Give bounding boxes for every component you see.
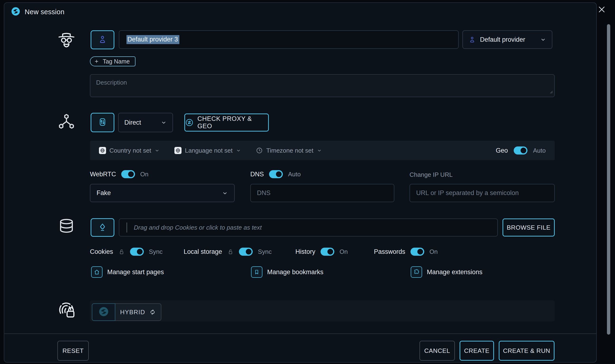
new-session-dialog: New session <box>4 2 597 363</box>
webrtc-toggle[interactable] <box>121 170 135 178</box>
network-nodes-icon <box>57 113 75 132</box>
passwords-toggle[interactable] <box>410 248 424 256</box>
dns-toggle[interactable] <box>269 170 283 178</box>
local-storage-label: Local storage <box>184 248 222 256</box>
kameleo-logo-icon <box>11 7 20 17</box>
swap-vertical-icon <box>98 117 107 128</box>
profile-type-button[interactable] <box>91 30 114 49</box>
text-caret <box>126 222 127 233</box>
cookies-sync-label: Cookies <box>90 248 113 256</box>
browse-file-label: BROWSE FILE <box>507 224 550 231</box>
country-value: Country not set <box>109 147 151 154</box>
change-ip-label: Change IP URL <box>410 171 453 179</box>
globe-icon <box>99 147 106 154</box>
resize-grip-icon[interactable] <box>549 88 553 95</box>
add-tag-button[interactable]: Tag Name <box>90 56 136 66</box>
provider-dropdown[interactable]: Default provider <box>463 30 552 49</box>
chevron-down-icon <box>222 190 228 196</box>
storage-section-icon-wrap <box>57 217 76 237</box>
webrtc-label: WebRTC <box>90 171 116 178</box>
manage-bookmarks-button[interactable]: Manage bookmarks <box>251 266 323 278</box>
description-textarea[interactable] <box>90 75 554 97</box>
history-toggle[interactable] <box>321 248 334 256</box>
webrtc-state: On <box>140 171 149 178</box>
disguise-icon <box>57 30 76 50</box>
dns-label: DNS <box>250 171 264 178</box>
proxy-type-button[interactable] <box>91 113 114 132</box>
webrtc-toggle-group: WebRTC On <box>90 170 149 178</box>
cancel-button[interactable]: CANCEL <box>420 341 455 361</box>
change-ip-input[interactable] <box>416 189 548 197</box>
geo-label: Geo <box>496 147 508 154</box>
local-storage-toggle[interactable] <box>239 248 253 256</box>
person-icon <box>98 35 107 45</box>
proxy-section-icon-wrap <box>57 113 76 132</box>
dialog-title: New session <box>25 8 65 16</box>
timezone-dropdown[interactable]: Timezone not set <box>256 147 322 154</box>
manage-bookmarks-label: Manage bookmarks <box>267 269 323 276</box>
geo-toggle[interactable] <box>514 146 527 155</box>
webrtc-mode-dropdown[interactable]: Fake <box>90 184 235 202</box>
profile-section-icon-wrap <box>57 30 76 49</box>
close-button[interactable] <box>597 5 606 15</box>
cookies-drop-input[interactable]: Drag and drop Cookies or click to paste … <box>119 219 498 236</box>
manage-start-pages-button[interactable]: Manage start pages <box>91 266 164 278</box>
app-window: New session <box>0 0 615 364</box>
reset-button[interactable]: RESET <box>57 341 89 361</box>
passwords-toggle-group: Passwords On <box>374 247 438 257</box>
vertical-scrollbar[interactable] <box>607 24 610 335</box>
history-label: History <box>295 248 315 256</box>
check-proxy-label: CHECK PROXY & GEO <box>197 115 268 130</box>
lock-open-icon[interactable] <box>118 248 125 255</box>
create-and-run-label: CREATE & RUN <box>503 347 550 354</box>
passwords-state: On <box>429 248 438 256</box>
proxy-connection-dropdown[interactable]: Direct <box>118 113 173 132</box>
fingerprint-mode-button[interactable]: HYBRID <box>115 303 161 321</box>
create-label: CREATE <box>464 347 490 354</box>
plus-icon <box>94 59 99 64</box>
dns-input[interactable] <box>257 189 388 197</box>
fingerprint-mode-group: HYBRID <box>92 303 161 321</box>
session-name-input[interactable]: Default provider 3 <box>119 30 459 49</box>
check-proxy-button[interactable]: CHECK PROXY & GEO <box>184 114 269 131</box>
geo-state: Auto <box>533 147 546 154</box>
manage-extensions-button[interactable]: Manage extensions <box>411 266 482 278</box>
manage-extensions-label: Manage extensions <box>427 269 482 276</box>
local-storage-state: Sync <box>258 248 272 256</box>
country-dropdown[interactable]: Country not set <box>99 147 160 154</box>
cookies-drop-placeholder: Drag and drop Cookies or click to paste … <box>134 224 262 231</box>
browse-file-button[interactable]: BROWSE FILE <box>503 219 555 236</box>
change-ip-input-wrap <box>410 184 555 202</box>
history-state: On <box>340 248 348 256</box>
manage-start-pages-label: Manage start pages <box>107 269 164 276</box>
dns-toggle-group: DNS Auto <box>250 170 301 178</box>
create-button[interactable]: CREATE <box>460 341 494 361</box>
cookies-clear-button[interactable] <box>91 218 114 237</box>
puzzle-icon <box>411 266 422 278</box>
timezone-value: Timezone not set <box>266 147 313 154</box>
cookies-sync-toggle[interactable] <box>130 248 144 256</box>
chevron-down-icon <box>236 148 241 153</box>
passwords-label: Passwords <box>374 248 405 256</box>
close-icon <box>597 5 606 15</box>
history-toggle-group: History On <box>295 247 348 257</box>
eraser-icon <box>98 222 107 233</box>
home-icon <box>91 266 103 278</box>
dialog-header: New session <box>11 6 65 18</box>
lock-open-icon[interactable] <box>227 248 234 255</box>
dns-state: Auto <box>288 171 301 178</box>
local-storage-sync-group: Local storage Sync <box>184 247 272 257</box>
language-dropdown[interactable]: Language not set <box>174 147 241 154</box>
clock-icon <box>256 147 263 154</box>
person-icon <box>469 36 476 43</box>
regenerate-icon <box>149 309 156 316</box>
footer-divider <box>4 333 596 334</box>
cookies-sync-state: Sync <box>149 248 163 256</box>
fingerprint-lock-icon <box>57 300 76 320</box>
create-and-run-button[interactable]: CREATE & RUN <box>499 341 555 361</box>
chevron-down-icon <box>161 119 167 126</box>
add-tag-label: Tag Name <box>103 58 130 65</box>
dns-input-wrap <box>250 184 394 202</box>
fingerprint-engine-button[interactable] <box>92 303 115 321</box>
database-icon <box>58 218 75 236</box>
